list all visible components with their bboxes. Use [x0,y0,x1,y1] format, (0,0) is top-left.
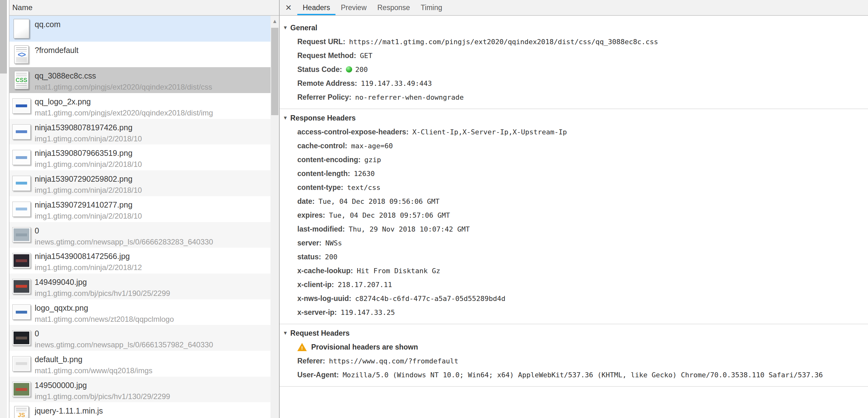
header-value: NWSs [326,239,342,247]
header-key: x-cache-lookup: [297,267,353,275]
network-request-list: Name qq.com<>?fromdefaultCSSqq_3088ec8c.… [9,0,279,418]
request-path: mat1.gtimg.com/www/qq2018/imgs [35,366,152,376]
header-key: content-type: [297,183,343,192]
name-column-header[interactable]: Name [9,0,279,16]
request-path: img1.gtimg.com/bj/pics/hv1/190/25/2299 [35,289,170,298]
header-key: content-length: [297,170,350,178]
header-field: x-client-ip:218.17.207.11 [280,278,868,292]
request-name: qq.com [35,19,61,30]
request-row[interactable]: CSSqq_3088ec8c.cssmat1.gtimg.com/pingjs/… [9,67,271,93]
header-value: 119.147.33.49:443 [361,80,432,87]
detail-tabbar: ✕ HeadersPreviewResponseTiming [280,0,868,16]
request-row[interactable]: 0inews.gtimg.com/newsapp_ls/0/6666283283… [9,222,271,248]
close-icon[interactable]: ✕ [280,0,297,15]
header-field: server:NWSs [280,236,868,250]
warning-text: Provisional headers are shown [311,343,418,352]
document-file-icon [13,19,29,38]
header-field: content-length:12630 [280,167,868,180]
header-field: x-cache-lookup:Hit From Disktank Gz [280,264,868,278]
header-field: Request URL:https://mat1.gtimg.com/pingj… [280,35,868,49]
header-key: x-nws-log-uuid: [297,294,351,303]
tab-timing[interactable]: Timing [415,0,447,15]
section-request-headers: ▼Request Headers!Provisional headers are… [280,326,868,382]
header-key: Status Code: [297,65,342,74]
request-row[interactable]: ninja154390081472566.jpgimg1.gtimg.com/n… [9,248,271,273]
tab-response[interactable]: Response [372,0,415,15]
image-thumbnail-icon [12,202,31,217]
request-row[interactable]: 0inews.gtimg.com/newsapp_ls/0/6661357982… [9,325,271,351]
request-detail-panel: ✕ HeadersPreviewResponseTiming ▼GeneralR… [280,0,868,418]
list-scrollbar[interactable]: ▲ [271,16,279,418]
request-path: inews.gtimg.com/newsapp_ls/0/6661357982_… [35,340,213,350]
section-divider [280,109,868,109]
image-thumbnail-icon [12,150,31,165]
section-title-request-headers[interactable]: ▼Request Headers [280,326,868,340]
request-row[interactable]: qq.com [9,16,271,42]
request-row[interactable]: 149500000.jpgimg1.gtimg.com/bj/pics/hv1/… [9,377,271,402]
header-key: server: [297,239,321,247]
request-name: 149500000.jpg [35,380,170,391]
section-title-label: Response Headers [290,114,355,122]
header-value: 119.147.33.25 [341,308,395,317]
header-field: x-server-ip:119.147.33.25 [280,305,868,319]
header-field: Referer:https://www.qq.com/?fromdefault [280,354,868,368]
page-scrollbar[interactable] [0,0,7,418]
header-field: Status Code:200 [280,62,868,76]
image-thumbnail-icon [12,356,31,371]
warning-icon: ! [297,343,307,351]
request-row[interactable]: default_b.pngmat1.gtimg.com/www/qq2018/i… [9,351,271,377]
header-field: cache-control:max-age=60 [280,139,868,153]
header-field: User-Agent:Mozilla/5.0 (Windows NT 10.0;… [280,368,868,382]
request-row[interactable]: 149499040.jpgimg1.gtimg.com/bj/pics/hv1/… [9,273,271,299]
request-row[interactable]: ninja153907291410277.pngimg1.gtimg.com/n… [9,196,271,222]
header-value: GET [360,52,373,60]
page-scrollbar-thumb[interactable] [0,0,7,73]
request-row[interactable]: ninja153908078197426.pngimg1.gtimg.com/n… [9,119,271,145]
code-file-icon: <> [14,46,29,64]
request-row[interactable]: <>?fromdefault [9,42,271,67]
image-thumbnail-icon [12,124,31,140]
section-title-label: General [290,24,317,32]
header-value: 12630 [354,170,375,178]
header-value: Thu, 29 Nov 2018 10:07:42 GMT [349,225,470,233]
header-value: https://www.qq.com/?fromdefault [329,357,459,365]
request-name: 0 [35,328,213,339]
scroll-up-arrow-icon[interactable]: ▲ [271,16,279,27]
request-row[interactable]: ninja153907290259802.pngimg1.gtimg.com/n… [9,170,271,196]
section-divider [280,386,868,387]
header-key: date: [297,197,315,206]
request-row[interactable]: logo_qqxtx.pngmat1.gtimg.com/news/zt2018… [9,299,271,325]
header-field: expires:Tue, 04 Dec 2018 09:57:06 GMT [280,208,868,222]
section-title-response-headers[interactable]: ▼Response Headers [280,111,868,125]
image-thumbnail-icon [12,176,31,191]
header-key: expires: [297,211,325,219]
request-row[interactable]: JSjquery-1.11.1.min.js [9,402,271,418]
tab-preview[interactable]: Preview [336,0,372,15]
header-field: x-nws-log-uuid:c8274c4b-c6fd-477c-a5a7-0… [280,292,868,305]
header-value: https://mat1.gtimg.com/pingjs/ext2020/qq… [349,38,658,46]
header-key: x-server-ip: [297,308,337,317]
request-path: img1.gtimg.com/ninja/2/2018/10 [35,160,142,169]
request-path: img1.gtimg.com/ninja/2/2018/12 [35,263,142,272]
section-title-label: Request Headers [290,329,350,337]
request-name: 0 [35,225,213,236]
header-field: content-type:text/css [280,180,868,194]
header-field: status:200 [280,250,868,264]
request-row[interactable]: ninja153908079663519.pngimg1.gtimg.com/n… [9,145,271,170]
request-name: logo_qqxtx.png [35,302,174,313]
header-key: x-client-ip: [297,280,334,289]
header-field: last-modified:Thu, 29 Nov 2018 10:07:42 … [280,222,868,236]
header-value: Mozilla/5.0 (Windows NT 10.0; Win64; x64… [343,371,823,379]
section-title-general[interactable]: ▼General [280,21,868,35]
request-row[interactable]: qq_logo_2x.pngmat1.gtimg.com/pingjs/ext2… [9,93,271,119]
tab-headers[interactable]: Headers [297,0,336,15]
list-scrollbar-thumb[interactable] [271,28,278,115]
header-value: no-referrer-when-downgrade [355,93,463,101]
request-name: ninja153907290259802.png [35,174,142,184]
image-thumbnail-icon [12,253,31,268]
image-thumbnail-icon [12,330,31,346]
request-name: ninja153908079663519.png [35,148,142,158]
header-key: last-modified: [297,225,345,234]
section-response-headers: ▼Response Headersaccess-control-expose-h… [280,111,868,319]
header-key: cache-control: [297,142,347,150]
